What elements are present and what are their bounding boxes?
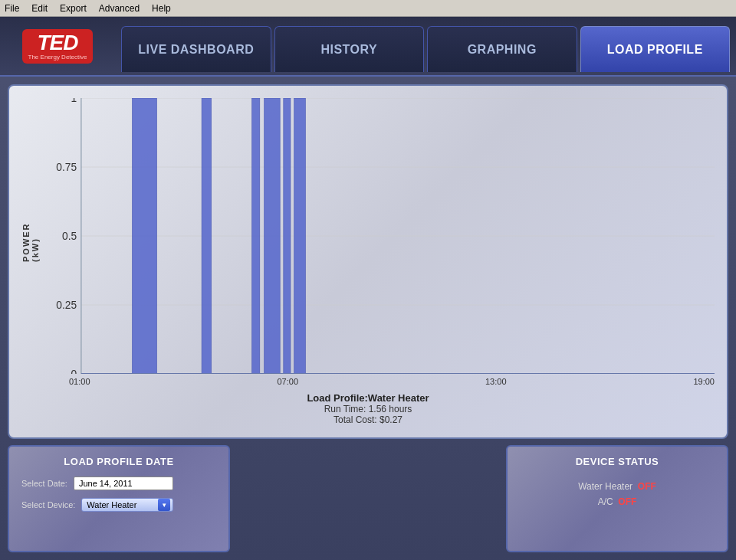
select-device-label: Select Device: (21, 500, 75, 509)
svg-text:1: 1 (71, 98, 77, 104)
menubar: File Edit Export Advanced Help (0, 0, 736, 17)
chart-title: Load Profile:Water Heater (21, 392, 715, 404)
chart-run-time: Run Time: 1.56 hours (21, 404, 715, 414)
date-input[interactable] (74, 476, 173, 490)
chart-total-cost: Total Cost: $0.27 (21, 414, 715, 425)
menu-file[interactable]: File (5, 3, 19, 14)
svg-rect-15 (284, 98, 291, 374)
x-label-1300: 13:00 (485, 377, 507, 386)
menu-advanced[interactable]: Advanced (99, 3, 140, 14)
load-profile-date-title: LOAD PROFILE DATE (21, 456, 216, 467)
date-row: Select Date: (21, 476, 216, 490)
logo-box: TED The Energy Detective (22, 29, 94, 64)
select-date-label: Select Date: (21, 479, 67, 488)
main-content: POWER(kW) 1 0.75 0.5 0.25 (0, 77, 736, 560)
logo-area: TED The Energy Detective (0, 23, 115, 70)
svg-text:0.25: 0.25 (56, 299, 77, 311)
load-profile-date-box: LOAD PROFILE DATE Select Date: Select De… (8, 445, 230, 552)
water-heater-status: OFF (638, 481, 656, 492)
menu-help[interactable]: Help (152, 3, 171, 14)
ac-status: OFF (618, 496, 636, 507)
logo-tagline: The Energy Detective (28, 54, 87, 61)
x-label-0100: 01:00 (69, 377, 90, 386)
device-select-wrapper: Water Heater A/C (81, 498, 173, 512)
device-select[interactable]: Water Heater A/C (81, 498, 173, 512)
x-label-1900: 19:00 (693, 377, 715, 386)
bottom-spacer (236, 445, 500, 552)
svg-rect-16 (294, 98, 306, 374)
svg-rect-13 (251, 98, 259, 374)
chart-svg-wrapper: 1 0.75 0.5 0.25 0 (46, 98, 715, 374)
nav-tabs: LIVE DASHBOARD HISTORY GRAPHING LOAD PRO… (115, 17, 736, 75)
chart-info: Load Profile:Water Heater Run Time: 1.56… (21, 386, 715, 425)
water-heater-label: Water Heater (578, 481, 632, 492)
svg-rect-14 (264, 98, 281, 374)
header: TED The Energy Detective LIVE DASHBOARD … (0, 17, 736, 77)
tab-load-profile[interactable]: LOAD PROFILE (580, 26, 731, 72)
svg-text:0.75: 0.75 (56, 161, 77, 173)
logo-ted: TED (38, 32, 78, 54)
device-status-title: DEVICE STATUS (576, 456, 659, 467)
y-axis-label: POWER(kW) (21, 98, 40, 386)
x-label-0700: 07:00 (277, 377, 298, 386)
device-status-ac: A/C OFF (598, 496, 637, 507)
chart-svg: 1 0.75 0.5 0.25 0 (46, 98, 715, 374)
chart-area: 1 0.75 0.5 0.25 0 (46, 98, 715, 386)
ac-label: A/C (598, 496, 613, 507)
chart-x-labels: 01:00 07:00 13:00 19:00 (46, 374, 715, 386)
menu-edit[interactable]: Edit (31, 3, 48, 14)
menu-export[interactable]: Export (60, 3, 87, 14)
svg-text:0.5: 0.5 (62, 230, 77, 242)
svg-rect-11 (132, 98, 156, 374)
svg-text:0: 0 (71, 368, 77, 374)
chart-panel: POWER(kW) 1 0.75 0.5 0.25 (8, 84, 728, 439)
tab-history[interactable]: HISTORY (274, 26, 425, 72)
device-status-box: DEVICE STATUS Water Heater OFF A/C OFF (506, 445, 728, 552)
svg-rect-12 (202, 98, 212, 374)
tab-live-dashboard[interactable]: LIVE DASHBOARD (121, 26, 271, 72)
tab-graphing[interactable]: GRAPHING (427, 26, 577, 72)
bottom-panel: LOAD PROFILE DATE Select Date: Select De… (8, 445, 728, 552)
device-row: Select Device: Water Heater A/C (21, 498, 216, 512)
device-status-water-heater: Water Heater OFF (578, 481, 656, 492)
